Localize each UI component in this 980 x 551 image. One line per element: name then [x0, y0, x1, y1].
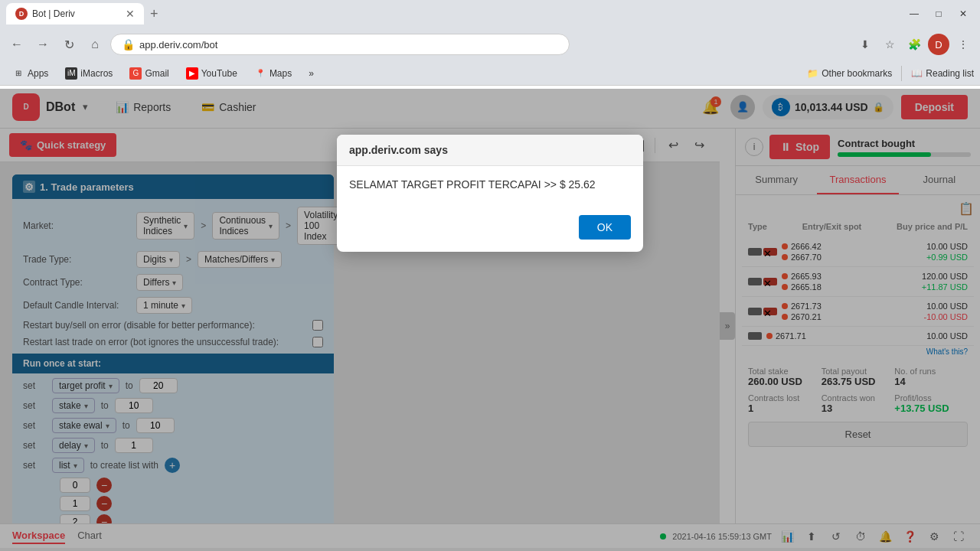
dialog-body: SELAMAT TARGET PROFIT TERCAPAI >> $ 25.6… — [337, 166, 643, 215]
tab-close-icon[interactable]: ✕ — [126, 8, 135, 20]
bookmark-imacros-label: iMacros — [80, 68, 113, 79]
forward-button[interactable]: → — [32, 34, 54, 55]
menu-icon[interactable]: ⋮ — [952, 34, 974, 55]
other-bookmarks-link[interactable]: 📁 Other bookmarks — [807, 68, 892, 79]
dialog-message: SELAMAT TARGET PROFIT TERCAPAI >> $ 25.6… — [349, 178, 631, 191]
youtube-icon: ▶ — [186, 67, 198, 80]
gmail-icon: G — [129, 67, 142, 80]
bookmark-more-icon: » — [309, 68, 314, 79]
tab-favicon: D — [15, 8, 28, 20]
bookmark-imacros[interactable]: iM iMacros — [59, 65, 119, 82]
window-controls: — □ ✕ — [903, 3, 974, 24]
address-bar[interactable]: 🔒 app.deriv.com/bot — [110, 34, 570, 55]
profile-icon[interactable]: D — [928, 34, 949, 55]
bookmark-youtube[interactable]: ▶ YouTube — [180, 65, 243, 82]
bookmark-gmail[interactable]: G Gmail — [123, 65, 175, 82]
bookmark-maps[interactable]: 📍 Maps — [248, 65, 298, 82]
bookmark-more[interactable]: » — [302, 66, 320, 81]
extension-icon[interactable]: 🧩 — [903, 34, 925, 55]
refresh-button[interactable]: ↻ — [58, 34, 80, 55]
bookmarks-right: 📁 Other bookmarks 📖 Reading list — [807, 66, 974, 81]
browser-chrome: D Bot | Deriv ✕ + — □ ✕ ← → ↻ ⌂ 🔒 app.de… — [0, 0, 980, 86]
apps-icon: ⊞ — [12, 67, 24, 80]
tab-title: Bot | Deriv — [32, 8, 121, 19]
download-icon[interactable]: ⬇ — [854, 34, 876, 55]
bookmark-separator — [901, 66, 902, 81]
browser-tab[interactable]: D Bot | Deriv ✕ — [6, 3, 144, 24]
dialog-overlay: app.deriv.com says SELAMAT TARGET PROFIT… — [0, 89, 980, 551]
imacros-icon: iM — [65, 67, 77, 80]
minimize-button[interactable]: — — [903, 3, 925, 24]
maps-icon: 📍 — [254, 67, 266, 80]
dialog-actions: OK — [337, 215, 643, 252]
dialog-header: app.deriv.com says — [337, 135, 643, 166]
reading-list-label: Reading list — [926, 68, 974, 79]
bookmark-maps-label: Maps — [270, 68, 292, 79]
dialog-ok-button[interactable]: OK — [579, 215, 631, 240]
back-button[interactable]: ← — [6, 34, 28, 55]
address-text: app.deriv.com/bot — [139, 39, 217, 51]
reading-list-link[interactable]: 📖 Reading list — [911, 68, 974, 79]
bookmark-apps[interactable]: ⊞ Apps — [6, 65, 54, 82]
home-button[interactable]: ⌂ — [84, 34, 106, 55]
nav-bar: ← → ↻ ⌂ 🔒 app.deriv.com/bot ⬇ ☆ 🧩 D ⋮ — [0, 28, 980, 61]
maximize-button[interactable]: □ — [928, 3, 949, 24]
title-bar: D Bot | Deriv ✕ + — □ ✕ — [0, 0, 980, 28]
new-tab-button[interactable]: + — [150, 6, 158, 22]
bookmark-youtube-label: YouTube — [201, 68, 237, 79]
other-bookmarks-label: Other bookmarks — [822, 68, 892, 79]
bookmark-apps-label: Apps — [28, 68, 48, 79]
bookmarks-bar: ⊞ Apps iM iMacros G Gmail ▶ YouTube 📍 Ma… — [0, 61, 980, 86]
dialog-box: app.deriv.com says SELAMAT TARGET PROFIT… — [337, 135, 643, 252]
bookmark-icon[interactable]: ☆ — [879, 34, 900, 55]
nav-icons-right: ⬇ ☆ 🧩 D ⋮ — [854, 34, 974, 55]
bookmark-gmail-label: Gmail — [145, 68, 168, 79]
close-button[interactable]: ✕ — [952, 3, 974, 24]
dialog-title: app.deriv.com says — [349, 144, 448, 156]
